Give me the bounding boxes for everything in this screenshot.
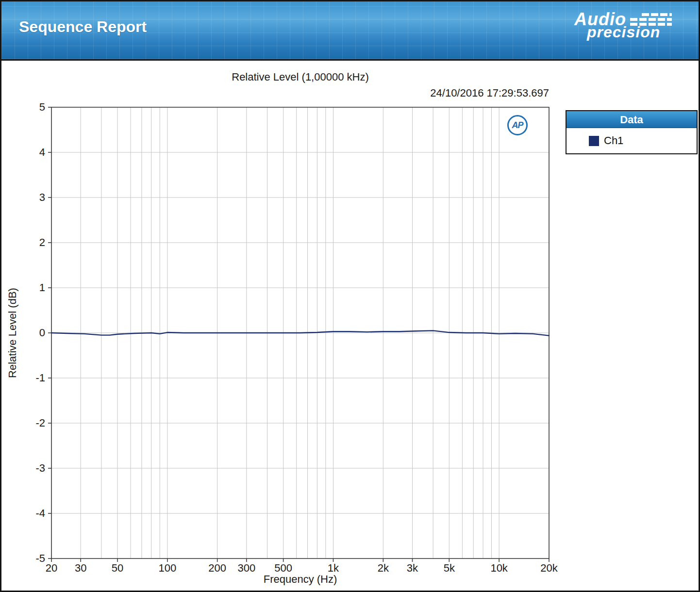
x-axis-label: Frequency (Hz) [51,573,549,586]
y-tick-label: 0 [39,327,45,339]
legend-box: Data Ch1 [566,110,698,154]
y-tick-label: -3 [35,462,45,475]
y-tick-label: -2 [35,417,45,429]
y-tick-label: -5 [35,552,45,565]
y-tick-label: 2 [39,236,45,249]
y-axis-label: Relative Level (dB) [4,107,21,559]
y-tick-label: 5 [39,101,45,114]
legend-swatch-ch1 [589,136,599,146]
legend-item: Ch1 [567,128,697,153]
report-page: Sequence Report Audio precision Relative… [0,0,700,592]
ap-logo-icon: AP [507,115,528,135]
y-tick-label: 3 [39,191,45,204]
y-tick-label: 4 [39,146,45,159]
y-tick-label: -1 [35,372,45,384]
legend-label-ch1: Ch1 [604,134,623,147]
legend-header: Data [567,111,697,128]
y-tick-label: 1 [39,281,45,294]
y-tick-label: -4 [35,507,45,520]
frequency-response-plot [1,1,700,592]
